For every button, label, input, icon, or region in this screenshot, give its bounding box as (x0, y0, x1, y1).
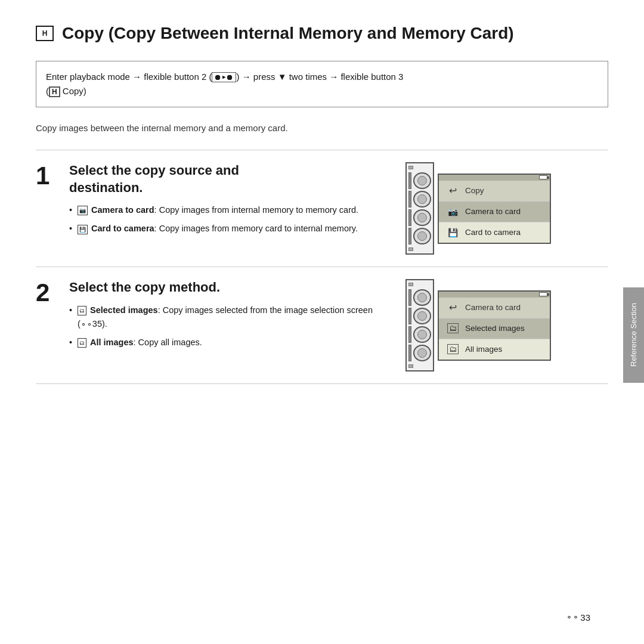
reference-section-tab: Reference Section (623, 287, 644, 383)
lcd-all-images-label: All images (465, 345, 502, 354)
lens-bar (408, 172, 411, 189)
camera-body-2 (405, 279, 434, 371)
lens-circle (413, 191, 431, 208)
lcd-header-label: Copy (465, 186, 484, 195)
lens-slot-2-4 (408, 345, 431, 361)
lens-inner (417, 311, 427, 321)
lens-inner (417, 293, 427, 302)
lcd-top-bar-2 (439, 292, 550, 298)
step-2-content: Select the copy method. 🗂 Selected image… (69, 279, 394, 354)
step-1-camera-ui: ↩ Copy 📷 Camera to card 💾 (405, 162, 608, 255)
step-2-title: Select the copy method. (69, 279, 394, 296)
step-1-row: 1 Select the copy source anddestination.… (36, 150, 608, 267)
lens-bar (408, 289, 411, 306)
camera-top-indicator-2 (408, 283, 413, 286)
main-content: H Copy (Copy Between Internal Memory and… (0, 0, 644, 408)
camera-top-indicator (408, 166, 413, 169)
lcd-header-copy: ↩ Copy (439, 181, 550, 202)
page-number: ⚬⚬ 33 (566, 612, 590, 623)
lens-slot-2-3 (408, 326, 431, 343)
page-title: H Copy (Copy Between Internal Memory and… (36, 24, 608, 43)
lcd-item-camera-to-card: 📷 Camera to card (439, 202, 550, 222)
intro-text: Copy images between the internal memory … (36, 123, 608, 133)
page-link-symbol: ⚬⚬ (566, 613, 579, 622)
lens-circle (413, 228, 431, 244)
lens-inner (417, 194, 427, 204)
page-number-value: 33 (580, 612, 590, 623)
lcd-item-card-to-camera: 💾 Card to camera (439, 222, 550, 243)
lcd-selected-images-label: Selected images (465, 324, 525, 333)
lens-circle (413, 345, 431, 361)
step-2-lcd-menu: ↩ Camera to card 🗂 Selected images 🗂 (438, 290, 551, 361)
step-1-bullets: 📷 Camera to card: Copy images from inter… (69, 203, 394, 236)
selected-images-icon: 🗂 (78, 306, 86, 315)
card-to-camera-icon: 💾 (78, 225, 88, 234)
camera-to-card-icon: 📷 (78, 206, 88, 215)
lcd-item-all-images: 🗂 All images (439, 339, 550, 360)
lens-circle (413, 209, 431, 226)
lens-slot-1 (408, 172, 431, 189)
lens-inner (417, 213, 427, 222)
instruction-box: Enter playback mode → flexible button 2 … (36, 61, 608, 107)
steps-container: 1 Select the copy source anddestination.… (36, 150, 608, 384)
lens-circle (413, 326, 431, 343)
bullet-card-to-camera: 💾 Card to camera: Copy images from memor… (69, 222, 394, 236)
title-text: Copy (Copy Between Internal Memory and M… (62, 24, 514, 43)
lcd-battery (539, 175, 547, 179)
camera-bottom-indicator-2 (408, 364, 413, 368)
camera-bottom-indicator (408, 247, 413, 251)
back-arrow-icon: ↩ (446, 185, 459, 196)
lens-inner (417, 348, 427, 358)
camera-body-1 (405, 162, 434, 255)
reference-tab-label: Reference Section (629, 303, 638, 367)
lens-bar (408, 228, 411, 244)
instruction-text: Enter playback mode → flexible button 2 … (46, 72, 403, 96)
lcd-card-to-camera-label: Card to camera (465, 228, 521, 237)
step-2-row: 2 Select the copy method. 🗂 Selected ima… (36, 267, 608, 384)
title-icon: H (36, 26, 54, 41)
lens-slot-4 (408, 228, 431, 244)
step-2-camera-ui: ↩ Camera to card 🗂 Selected images 🗂 (405, 279, 608, 371)
lens-bar (408, 308, 411, 324)
card-to-camera-menu-icon: 💾 (446, 227, 459, 238)
lcd-battery-2 (539, 292, 547, 296)
bullet-selected-images: 🗂 Selected images: Copy images selected … (69, 304, 394, 331)
lens-slot-2-2 (408, 308, 431, 324)
step-1-number: 1 (36, 163, 57, 188)
all-images-menu-icon: 🗂 (446, 344, 459, 355)
lens-bar (408, 191, 411, 208)
lens-slot-2 (408, 191, 431, 208)
lens-inner (417, 330, 427, 339)
lcd-camera-to-card-label: Camera to card (465, 207, 521, 216)
bullet-camera-to-card: 📷 Camera to card: Copy images from inter… (69, 203, 394, 217)
lens-bar (408, 345, 411, 361)
step-1-title: Select the copy source anddestination. (69, 162, 394, 196)
selected-images-menu-icon: 🗂 (446, 323, 459, 334)
step-2-bullets: 🗂 Selected images: Copy images selected … (69, 304, 394, 350)
lens-circle (413, 308, 431, 324)
all-images-icon: 🗂 (78, 338, 86, 348)
lens-bar (408, 209, 411, 226)
step-1-content: Select the copy source anddestination. 📷… (69, 162, 394, 241)
lcd-header-2-label: Camera to card (465, 303, 521, 312)
lens-inner (417, 231, 427, 241)
lens-slot-3 (408, 209, 431, 226)
back-arrow-icon-2: ↩ (446, 302, 459, 313)
lens-circle (413, 289, 431, 306)
step-2-number: 2 (36, 280, 57, 305)
lcd-header-camera-to-card: ↩ Camera to card (439, 298, 550, 318)
step-1-lcd-menu: ↩ Copy 📷 Camera to card 💾 (438, 174, 551, 244)
lens-bar (408, 326, 411, 343)
lens-slot-2-1 (408, 289, 431, 306)
lcd-top-bar (439, 175, 550, 181)
bullet-all-images: 🗂 All images: Copy all images. (69, 336, 394, 349)
camera-to-card-menu-icon: 📷 (446, 206, 459, 217)
lcd-item-selected-images: 🗂 Selected images (439, 318, 550, 339)
lens-circle (413, 172, 431, 189)
lens-inner (417, 176, 427, 185)
